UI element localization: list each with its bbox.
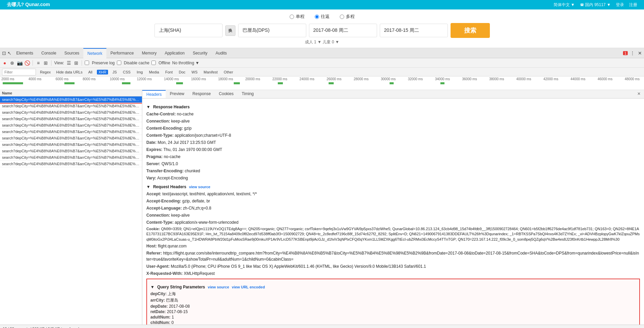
round-trip-option[interactable]: 往返 xyxy=(315,14,330,20)
nav-phone[interactable]: ☎ 国内 95117 ▼ xyxy=(580,2,611,8)
nav-login[interactable]: 登录 xyxy=(616,2,624,8)
network-item-4[interactable]: search?depCity=%E4%B8%8A%E6%B5%B7&arrCit… xyxy=(0,122,142,129)
network-item-3[interactable]: search?depCity=%E4%B8%8A%E6%B5%B7&arrCit… xyxy=(0,116,142,122)
record-icon[interactable]: ● xyxy=(2,60,7,66)
tl-12: 26000 ms xyxy=(325,77,352,81)
camera-icon[interactable]: 📷 xyxy=(17,60,22,66)
tl-18: 38000 ms xyxy=(488,77,515,81)
filter-img[interactable]: Img xyxy=(135,70,144,74)
from-city-input[interactable] xyxy=(154,24,223,37)
close-devtools-icon[interactable]: ✕ xyxy=(637,50,643,56)
filter-media[interactable]: Media xyxy=(147,70,161,74)
network-item-5[interactable]: search?depCity=%E4%B8%8A%E6%B5%B7&arrCit… xyxy=(0,129,142,135)
filter-all[interactable]: All xyxy=(86,70,94,74)
network-item-6[interactable]: search?depCity=%E4%B8%8A%E6%B5%B7&arrCit… xyxy=(0,135,142,141)
regex-toggle[interactable]: Regex xyxy=(39,69,52,75)
tab-performance[interactable]: Performance xyxy=(106,48,138,58)
tab-network[interactable]: Network xyxy=(83,48,106,58)
trip-type-selector: 单程 往返 多程 xyxy=(0,14,644,20)
query-params-toggle[interactable]: ▼ xyxy=(150,285,154,289)
main-content: Name search?depCity=%E4%B8%8A%E6%B5%B7&a… xyxy=(0,90,644,325)
search-button[interactable]: 搜索 xyxy=(451,23,490,38)
details-close-button[interactable]: ✕ xyxy=(634,90,644,98)
details-tab-cookies[interactable]: Cookies xyxy=(215,90,237,98)
tab-security[interactable]: Security xyxy=(189,48,211,58)
network-item-2[interactable]: search?depCity=%E4%B8%8A%E6%B5%B7&arrCit… xyxy=(0,109,142,116)
passenger-selector[interactable]: 成人 1 ▼ 儿童 0 ▼ xyxy=(305,39,339,45)
tab-elements[interactable]: Elements xyxy=(12,48,37,58)
filter-manifest[interactable]: Manifest xyxy=(202,70,220,74)
green-bar-1 xyxy=(3,82,23,84)
tl-11: 24000 ms xyxy=(298,77,325,81)
response-headers-list: Cache-Control: no-cache Connection: keep… xyxy=(146,111,640,181)
tab-audits[interactable]: Audits xyxy=(211,48,231,58)
req-accept-language: Accept-Language: zh-CN,zh;q=0.8 xyxy=(146,205,640,211)
depart-date-input[interactable] xyxy=(309,24,377,37)
devtools-tabbar: ⊡ ↖ Elements Console Sources Network Per… xyxy=(0,48,644,58)
tab-memory[interactable]: Memory xyxy=(138,48,161,58)
network-item-9[interactable]: search?depCity=%E4%B8%8A%E6%B5%B7&arrCit… xyxy=(0,154,142,161)
view-source-params-link[interactable]: view source xyxy=(208,285,229,289)
details-tab-headers[interactable]: Headers xyxy=(142,90,166,98)
settings-icon[interactable]: ⋮ xyxy=(630,50,635,56)
rh-server: Server: QWS/1.0 xyxy=(146,161,640,167)
details-tab-preview[interactable]: Preview xyxy=(166,90,188,98)
network-item-1[interactable]: search?depCity=%E4%B8%8A%E6%B5%B7&arrCit… xyxy=(0,103,142,109)
details-tab-response[interactable]: Response xyxy=(188,90,215,98)
disable-cache-checkbox[interactable] xyxy=(117,61,121,65)
nav-language[interactable]: 简体中文 ▼ xyxy=(554,2,575,8)
filter-xhr[interactable]: XHR xyxy=(97,70,108,74)
rh-connection: Connection: keep-alive xyxy=(146,118,640,124)
filter-js[interactable]: JS xyxy=(111,70,119,74)
network-item-8[interactable]: search?depCity=%E4%B8%8A%E6%B5%B7&arrCit… xyxy=(0,148,142,154)
tl-6: 14000 ms xyxy=(163,77,190,81)
nav-register[interactable]: 注册 xyxy=(629,2,637,8)
one-way-option[interactable]: 单程 xyxy=(290,14,305,20)
request-headers-toggle[interactable]: ▼ xyxy=(146,184,150,189)
multi-trip-option[interactable]: 多程 xyxy=(340,14,355,20)
rh-content-type: Content-Type: application/json;charset=U… xyxy=(146,132,640,138)
network-item-7[interactable]: search?depCity=%E4%B8%8A%E6%B5%B7&arrCit… xyxy=(0,141,142,148)
clear-icon[interactable]: 🚫 xyxy=(24,60,30,66)
timeline-labels: 2000 ms 4000 ms 6000 ms 8000 ms 10000 ms… xyxy=(0,76,644,81)
view-source-link[interactable]: view source xyxy=(189,185,210,189)
grid-view-icon[interactable]: ⊞ xyxy=(74,60,79,66)
toolbar-separator-1 xyxy=(33,60,33,66)
req-accept-encoding: Accept-Encoding: gzip, deflate, br xyxy=(146,198,640,204)
hide-data-urls-toggle[interactable]: Hide data URLs xyxy=(55,69,84,75)
tab-sources[interactable]: Sources xyxy=(60,48,83,58)
details-tab-timing[interactable]: Timing xyxy=(237,90,258,98)
to-city-input[interactable] xyxy=(238,24,306,37)
tl-14: 30000 ms xyxy=(379,77,407,81)
tab-application[interactable]: Application xyxy=(161,48,189,58)
tl-19: 40000 ms xyxy=(515,77,542,81)
devtools-controls-right: 1 ⋮ ✕ xyxy=(623,50,643,56)
view-detail-icon[interactable]: ⊞ xyxy=(43,60,48,66)
inspect-icon[interactable]: ↖ xyxy=(7,50,12,56)
offline-checkbox[interactable] xyxy=(151,61,156,65)
swap-button[interactable]: 换 xyxy=(225,25,235,36)
throttle-selector[interactable]: No throttling ▼ xyxy=(172,61,199,65)
filter-font[interactable]: Font xyxy=(164,70,174,74)
list-view-icon[interactable]: ☰ xyxy=(66,60,71,66)
stop-icon[interactable]: ⊗ xyxy=(9,60,15,66)
req-host: Host: flight.qunar.com xyxy=(146,243,640,249)
preserve-log-checkbox[interactable] xyxy=(85,61,89,65)
filter-css[interactable]: CSS xyxy=(121,70,132,74)
tab-console[interactable]: Console xyxy=(37,48,60,58)
network-item-0[interactable]: search?depCity=%E4%B8%8A%E6%B5%B7&arrCit… xyxy=(0,96,142,103)
filter-other[interactable]: Other xyxy=(222,70,235,74)
view-list-icon[interactable]: ≡ xyxy=(36,60,41,66)
response-headers-toggle[interactable]: ▼ xyxy=(146,105,150,109)
tl-7: 16000 ms xyxy=(190,77,217,81)
return-date-input[interactable] xyxy=(380,24,448,37)
filter-ws[interactable]: WS xyxy=(190,70,199,74)
green-bar-3 xyxy=(122,82,130,84)
filter-doc[interactable]: Doc xyxy=(177,70,187,74)
tl-22: 46000 ms xyxy=(596,77,623,81)
filter-input[interactable] xyxy=(2,69,36,75)
disable-cache-label: Disable cache xyxy=(124,61,149,65)
dock-icon[interactable]: ⊡ xyxy=(1,50,7,56)
view-url-encoded-link[interactable]: view URL encoded xyxy=(232,285,265,289)
network-item-10[interactable]: search?depCity=%E4%B8%8A%E6%B5%B7&arrCit… xyxy=(0,161,142,167)
